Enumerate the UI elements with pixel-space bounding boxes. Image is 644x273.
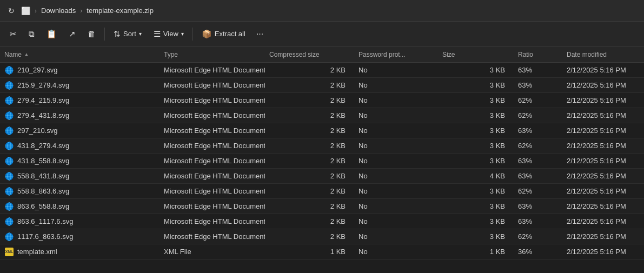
table-row[interactable]: 210_297.svg Microsoft Edge HTML Document… (0, 63, 644, 78)
file-type-cell: Microsoft Edge HTML Document (160, 217, 265, 225)
column-headers: Name ▲ Type Compressed size Password pro… (0, 46, 644, 63)
share-button[interactable]: ↗ (63, 26, 81, 42)
file-password-cell: No (354, 187, 438, 195)
file-password-cell: No (354, 172, 438, 180)
copy-button[interactable]: ⧉ (23, 26, 40, 42)
toolbar-separator-1 (104, 28, 105, 41)
file-name-cell: 210_297.svg (0, 65, 160, 75)
col-header-size[interactable]: Size (438, 46, 514, 62)
file-name-cell: 297_210.svg (0, 126, 160, 136)
file-type-cell: Microsoft Edge HTML Document (160, 232, 265, 241)
table-row[interactable]: 279.4_215.9.svg Microsoft Edge HTML Docu… (0, 93, 644, 108)
paste-button[interactable]: 📋 (41, 26, 62, 42)
table-row[interactable]: 558.8_431.8.svg Microsoft Edge HTML Docu… (0, 169, 644, 184)
file-name: 210_297.svg (17, 66, 57, 74)
file-type-cell: Microsoft Edge HTML Document (160, 96, 265, 104)
file-date-cell: 2/12/2025 5:16 PM (562, 157, 643, 165)
file-size-cell: 3 KB (438, 187, 514, 195)
edge-file-icon (5, 157, 14, 165)
extract-label: Extract all (215, 30, 245, 38)
table-row[interactable]: 1117.6_863.6.svg Microsoft Edge HTML Doc… (0, 229, 644, 244)
file-type-cell: Microsoft Edge HTML Document (160, 142, 265, 150)
file-icon (4, 141, 14, 151)
file-icon (4, 126, 14, 136)
cut-button[interactable]: ✂ (4, 26, 22, 42)
file-type-cell: XML File (160, 248, 265, 256)
table-row[interactable]: 297_210.svg Microsoft Edge HTML Document… (0, 123, 644, 138)
col-header-compressed[interactable]: Compressed size (265, 46, 354, 62)
share-icon: ↗ (69, 29, 76, 39)
table-row[interactable]: 558.8_863.6.svg Microsoft Edge HTML Docu… (0, 184, 644, 199)
file-date-cell: 2/12/2025 5:16 PM (562, 66, 643, 74)
table-row[interactable]: 863.6_1117.6.svg Microsoft Edge HTML Doc… (0, 214, 644, 229)
file-ratio-cell: 62% (514, 142, 562, 150)
file-date-cell: 2/12/2025 5:16 PM (562, 126, 643, 135)
file-date-cell: 2/12/2025 5:16 PM (562, 81, 643, 89)
file-date-cell: 2/12/2025 5:16 PM (562, 142, 643, 150)
file-name: 297_210.svg (17, 126, 57, 135)
file-size-cell: 3 KB (438, 111, 514, 119)
file-ratio-cell: 63% (514, 81, 562, 89)
file-password-cell: No (354, 217, 438, 225)
file-password-cell: No (354, 248, 438, 256)
delete-icon: 🗑 (88, 29, 96, 38)
file-ratio-cell: 62% (514, 96, 562, 104)
file-name: 1117.6_863.6.svg (17, 232, 73, 241)
file-rows-container: 210_297.svg Microsoft Edge HTML Document… (0, 63, 644, 259)
window-icon[interactable]: ⬜ (21, 6, 30, 16)
view-icon: ☰ (154, 29, 161, 39)
more-button[interactable]: ··· (252, 26, 268, 42)
file-password-cell: No (354, 126, 438, 135)
file-ratio-cell: 62% (514, 111, 562, 119)
col-header-type[interactable]: Type (160, 46, 265, 62)
file-name-cell: 215.9_279.4.svg (0, 81, 160, 90)
col-header-date[interactable]: Date modified (562, 46, 643, 62)
file-name: 215.9_279.4.svg (17, 81, 69, 89)
file-icon (4, 96, 14, 105)
file-ratio-cell: 63% (514, 66, 562, 74)
edge-file-icon (5, 202, 14, 211)
sort-icon: ⇅ (114, 29, 121, 39)
paste-icon: 📋 (47, 29, 57, 39)
breadcrumb-file[interactable]: template-example.zip (87, 6, 154, 15)
file-password-cell: No (354, 111, 438, 119)
col-header-name[interactable]: Name ▲ (0, 46, 160, 62)
breadcrumb-downloads[interactable]: Downloads (41, 6, 76, 15)
table-row[interactable]: 863.6_558.8.svg Microsoft Edge HTML Docu… (0, 199, 644, 214)
file-date-cell: 2/12/2025 5:16 PM (562, 202, 643, 210)
file-icon: XML (4, 247, 14, 257)
sort-button[interactable]: ⇅ Sort ▾ (108, 26, 147, 42)
extract-button[interactable]: 📦 Extract all (196, 26, 251, 42)
file-compressed-cell: 2 KB (265, 126, 354, 135)
table-row[interactable]: 431.8_279.4.svg Microsoft Edge HTML Docu… (0, 138, 644, 154)
table-row[interactable]: XML template.xml XML File 1 KB No 1 KB 3… (0, 244, 644, 259)
file-compressed-cell: 2 KB (265, 157, 354, 165)
file-name: 279.4_431.8.svg (17, 111, 69, 119)
copy-icon: ⧉ (29, 29, 35, 39)
col-header-password[interactable]: Password prot... (354, 46, 438, 62)
file-password-cell: No (354, 232, 438, 241)
file-type-cell: Microsoft Edge HTML Document (160, 172, 265, 180)
table-row[interactable]: 431.8_558.8.svg Microsoft Edge HTML Docu… (0, 154, 644, 169)
file-password-cell: No (354, 142, 438, 150)
file-name-cell: 279.4_215.9.svg (0, 96, 160, 105)
file-type-cell: Microsoft Edge HTML Document (160, 111, 265, 119)
toolbar: ✂ ⧉ 📋 ↗ 🗑 ⇅ Sort ▾ ☰ View ▾ 📦 Extract al… (0, 22, 644, 46)
file-compressed-cell: 2 KB (265, 142, 354, 150)
refresh-button[interactable]: ↻ (6, 6, 16, 16)
delete-button[interactable]: 🗑 (82, 26, 101, 41)
file-ratio-cell: 63% (514, 172, 562, 180)
file-compressed-cell: 2 KB (265, 187, 354, 195)
file-type-cell: Microsoft Edge HTML Document (160, 126, 265, 135)
file-ratio-cell: 63% (514, 202, 562, 210)
col-header-ratio[interactable]: Ratio (514, 46, 562, 62)
edge-file-icon (5, 81, 14, 90)
table-row[interactable]: 215.9_279.4.svg Microsoft Edge HTML Docu… (0, 78, 644, 93)
file-size-cell: 3 KB (438, 126, 514, 135)
file-icon (4, 111, 14, 121)
file-name-cell: 558.8_863.6.svg (0, 187, 160, 196)
table-row[interactable]: 279.4_431.8.svg Microsoft Edge HTML Docu… (0, 108, 644, 123)
view-button[interactable]: ☰ View ▾ (148, 26, 189, 42)
file-type-cell: Microsoft Edge HTML Document (160, 81, 265, 89)
cut-icon: ✂ (10, 29, 17, 39)
